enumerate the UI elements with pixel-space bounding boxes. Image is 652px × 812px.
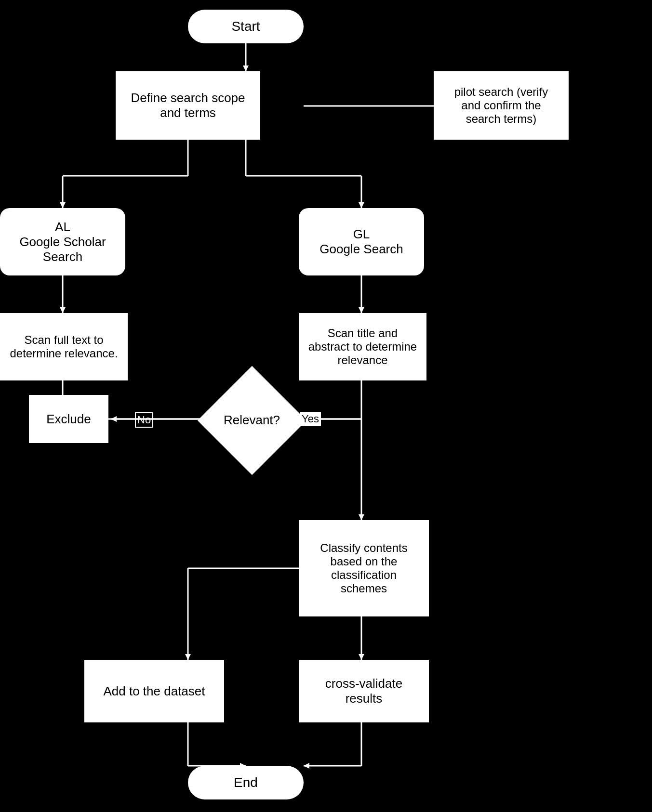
define-search-label: Define search scope and terms	[131, 91, 245, 120]
scan-full-text-node: Scan full text to determine relevance.	[0, 313, 128, 380]
pilot-search-node: pilot search (verify and confirm the sea…	[434, 71, 569, 140]
end-node: End	[188, 766, 304, 799]
svg-marker-5	[60, 202, 66, 208]
svg-marker-9	[359, 202, 364, 208]
svg-marker-35	[304, 763, 309, 769]
svg-marker-21	[111, 416, 117, 422]
svg-marker-1	[243, 65, 249, 71]
start-label: Start	[231, 19, 260, 34]
scan-title-abstract-node: Scan title and abstract to determine rel…	[299, 313, 426, 380]
classify-contents-node: Classify contents based on the classific…	[299, 520, 429, 616]
cross-validate-label: cross-validate results	[325, 676, 402, 706]
relevant-label: Relevant?	[224, 413, 280, 428]
start-node: Start	[188, 10, 304, 43]
end-label: End	[234, 775, 258, 790]
add-to-dataset-node: Add to the dataset	[84, 660, 224, 722]
svg-marker-26	[359, 654, 364, 660]
gl-google-search-node: GL Google Search	[299, 208, 424, 275]
exclude-node: Exclude	[29, 395, 108, 443]
svg-marker-24	[359, 514, 364, 520]
no-label: No	[135, 412, 153, 428]
scan-full-text-label: Scan full text to determine relevance.	[10, 333, 118, 360]
svg-marker-11	[60, 307, 66, 313]
svg-marker-13	[359, 307, 364, 313]
yes-label: Yes	[300, 412, 321, 426]
al-google-scholar-label: AL Google Scholar Search	[19, 220, 106, 264]
cross-validate-node: cross-validate results	[299, 660, 429, 722]
add-to-dataset-label: Add to the dataset	[103, 684, 205, 699]
define-search-node: Define search scope and terms	[116, 71, 260, 140]
classify-contents-label: Classify contents based on the classific…	[320, 541, 407, 595]
exclude-label: Exclude	[46, 412, 91, 427]
gl-google-search-label: GL Google Search	[319, 227, 403, 257]
scan-title-abstract-label: Scan title and abstract to determine rel…	[308, 327, 417, 367]
al-google-scholar-node: AL Google Scholar Search	[0, 208, 125, 275]
relevant-diamond-node: Relevant?	[212, 380, 292, 460]
svg-marker-29	[185, 654, 191, 660]
pilot-search-label: pilot search (verify and confirm the sea…	[454, 85, 548, 126]
